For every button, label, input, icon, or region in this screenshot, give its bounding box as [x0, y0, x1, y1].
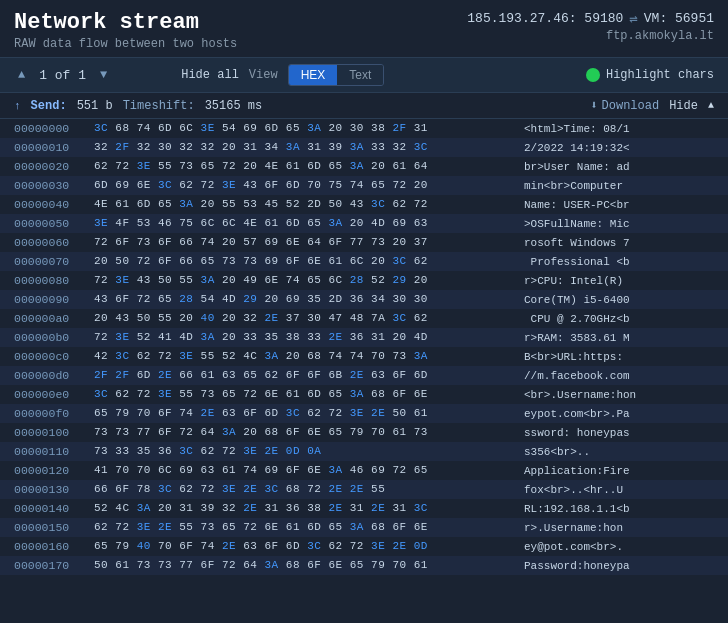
view-label: View: [249, 68, 278, 82]
send-direction-icon: ↑: [14, 100, 21, 112]
hex-address: 00000060: [14, 236, 94, 249]
hex-bytes: 72 3E 43 50 55 3A 20 49 6E 74 65 6C 28 5…: [94, 272, 514, 289]
hex-tab[interactable]: HEX: [289, 65, 338, 85]
hex-address: 000000f0: [14, 407, 94, 420]
hex-bytes: 20 43 50 55 20 40 20 32 2E 37 30 47 48 7…: [94, 310, 514, 327]
hex-ascii: <br>.Username:hon: [524, 389, 714, 401]
hex-ascii: Application:Fire: [524, 465, 714, 477]
hex-address: 00000150: [14, 521, 94, 534]
hex-bytes: 3C 62 72 3E 55 73 65 72 6E 61 6D 65 3A 6…: [94, 386, 514, 403]
hex-bytes: 72 3E 52 41 4D 3A 20 33 35 38 33 2E 36 3…: [94, 329, 514, 346]
hex-bytes: 73 33 35 36 3C 62 72 3E 2E 0D 0A: [94, 443, 514, 460]
table-row: 0000014052 4C 3A 20 31 39 32 2E 31 36 38…: [0, 499, 728, 518]
hex-bytes: 65 79 70 6F 74 2E 63 6F 6D 3C 62 72 3E 2…: [94, 405, 514, 422]
table-row: 000000d02F 2F 6D 2E 66 61 63 65 62 6F 6F…: [0, 366, 728, 385]
hex-bytes: 52 4C 3A 20 31 39 32 2E 31 36 38 2E 31 2…: [94, 500, 514, 517]
hex-bytes: 50 61 73 73 77 6F 72 64 3A 68 6F 6E 65 7…: [94, 557, 514, 574]
table-row: 000000503E 4F 53 46 75 6C 6C 4E 61 6D 65…: [0, 214, 728, 233]
hex-bytes: 62 72 3E 2E 55 73 65 72 6E 61 6D 65 3A 6…: [94, 519, 514, 536]
table-row: 0000010073 73 77 6F 72 64 3A 20 68 6F 6E…: [0, 423, 728, 442]
hex-ascii: eypot.com<br>.Pa: [524, 408, 714, 420]
table-row: 000000003C 68 74 6D 6C 3E 54 69 6D 65 3A…: [0, 119, 728, 138]
table-row: 000000a020 43 50 55 20 40 20 32 2E 37 30…: [0, 309, 728, 328]
hex-ascii: 2/2022 14:19:32<: [524, 142, 714, 154]
pagination-down-arrow[interactable]: ▼: [96, 66, 111, 84]
hex-ascii: >OSFullName: Mic: [524, 218, 714, 230]
hex-bytes: 62 72 3E 55 73 65 72 20 4E 61 6D 65 3A 2…: [94, 158, 514, 175]
highlight-toggle-dot[interactable]: [586, 68, 600, 82]
hide-all-button[interactable]: Hide all: [181, 68, 239, 82]
hex-ascii: <html>Time: 08/1: [524, 123, 714, 135]
hex-ascii: r>CPU: Intel(R): [524, 275, 714, 287]
hex-bytes: 66 6F 78 3C 62 72 3E 2E 3C 68 72 2E 2E 5…: [94, 481, 514, 498]
send-bar: ↑ Send: 551 b Timeshift: 35165 ms ⬇ Down…: [0, 93, 728, 119]
hex-ascii: r>.Username:hon: [524, 522, 714, 534]
hex-bytes: 4E 61 6D 65 3A 20 55 53 45 52 2D 50 43 3…: [94, 196, 514, 213]
hex-ascii: ey@pot.com<br>.: [524, 541, 714, 553]
hex-address: 00000110: [14, 445, 94, 458]
hex-address: 000000c0: [14, 350, 94, 363]
hex-ascii: Name: USER-PC<br: [524, 199, 714, 211]
hex-bytes: 43 6F 72 65 28 54 4D 29 20 69 35 2D 36 3…: [94, 291, 514, 308]
hex-address: 00000030: [14, 179, 94, 192]
highlight-label: Highlight chars: [606, 68, 714, 82]
table-row: 0000011073 33 35 36 3C 62 72 3E 2E 0D 0A…: [0, 442, 728, 461]
hex-bytes: 3E 4F 53 46 75 6C 6C 4E 61 6D 65 3A 20 4…: [94, 215, 514, 232]
hex-address: 00000020: [14, 160, 94, 173]
toolbar: ▲ 1 of 1 ▼ Hide all View HEX Text Highli…: [0, 57, 728, 93]
send-size: 551 b: [77, 99, 113, 113]
pagination-up-arrow[interactable]: ▲: [14, 66, 29, 84]
table-row: 0000012041 70 70 6C 69 63 61 74 69 6F 6E…: [0, 461, 728, 480]
hex-bytes: 32 2F 32 30 32 32 20 31 34 3A 31 39 3A 3…: [94, 139, 514, 156]
hex-address: 00000000: [14, 122, 94, 135]
table-row: 000000404E 61 6D 65 3A 20 55 53 45 52 2D…: [0, 195, 728, 214]
hex-address: 000000d0: [14, 369, 94, 382]
ftp-address: ftp.akmokyla.lt: [467, 29, 714, 43]
hex-address: 00000080: [14, 274, 94, 287]
hide-button[interactable]: Hide: [669, 99, 698, 113]
header: Network stream RAW data flow between two…: [0, 0, 728, 57]
text-tab[interactable]: Text: [337, 65, 383, 85]
hex-address: 00000170: [14, 559, 94, 572]
hide-arrow-icon: ▲: [708, 100, 714, 111]
download-label: Download: [602, 99, 660, 113]
hex-address: 00000010: [14, 141, 94, 154]
hex-ascii: s356<br>..: [524, 446, 714, 458]
app-title: Network stream: [14, 10, 237, 35]
app-subtitle: RAW data flow between two hosts: [14, 37, 237, 51]
hex-address: 00000120: [14, 464, 94, 477]
pagination-label: 1 of 1: [39, 68, 86, 83]
hex-bytes: 42 3C 62 72 3E 55 52 4C 3A 20 68 74 74 7…: [94, 348, 514, 365]
hex-bytes: 6D 69 6E 3C 62 72 3E 43 6F 6D 70 75 74 6…: [94, 177, 514, 194]
download-button[interactable]: ⬇ Download: [590, 98, 659, 113]
table-row: 000000b072 3E 52 41 4D 3A 20 33 35 38 33…: [0, 328, 728, 347]
hex-ascii: br>User Name: ad: [524, 161, 714, 173]
table-row: 0000007020 50 72 6F 66 65 73 73 69 6F 6E…: [0, 252, 728, 271]
send-label: Send:: [31, 99, 67, 113]
table-row: 0000015062 72 3E 2E 55 73 65 72 6E 61 6D…: [0, 518, 728, 537]
hex-ascii: B<br>URL:https:: [524, 351, 714, 363]
table-row: 000000e03C 62 72 3E 55 73 65 72 6E 61 6D…: [0, 385, 728, 404]
timeshift-value: 35165 ms: [205, 99, 263, 113]
hex-address: 000000e0: [14, 388, 94, 401]
table-row: 000000f065 79 70 6F 74 2E 63 6F 6D 3C 62…: [0, 404, 728, 423]
hex-ascii: min<br>Computer: [524, 180, 714, 192]
table-row: 0000006072 6F 73 6F 66 74 20 57 69 6E 64…: [0, 233, 728, 252]
hex-address: 00000050: [14, 217, 94, 230]
hex-ascii: fox<br>..<hr..U: [524, 484, 714, 496]
hex-address: 00000090: [14, 293, 94, 306]
hex-ascii: ssword: honeypas: [524, 427, 714, 439]
hex-ascii: r>RAM: 3583.61 M: [524, 332, 714, 344]
view-toggle: HEX Text: [288, 64, 385, 86]
table-row: 0000009043 6F 72 65 28 54 4D 29 20 69 35…: [0, 290, 728, 309]
table-row: 0000017050 61 73 73 77 6F 72 64 3A 68 6F…: [0, 556, 728, 575]
swap-icon: ⇌: [629, 10, 637, 27]
hex-address: 00000100: [14, 426, 94, 439]
table-row: 0000002062 72 3E 55 73 65 72 20 4E 61 6D…: [0, 157, 728, 176]
hex-bytes: 65 79 40 70 6F 74 2E 63 6F 6D 3C 62 72 3…: [94, 538, 514, 555]
hex-address: 00000070: [14, 255, 94, 268]
hex-bytes: 72 6F 73 6F 66 74 20 57 69 6E 64 6F 77 7…: [94, 234, 514, 251]
hex-address: 000000a0: [14, 312, 94, 325]
hex-bytes: 41 70 70 6C 69 63 61 74 69 6F 6E 3A 46 6…: [94, 462, 514, 479]
hex-ascii: //m.facebook.com: [524, 370, 714, 382]
